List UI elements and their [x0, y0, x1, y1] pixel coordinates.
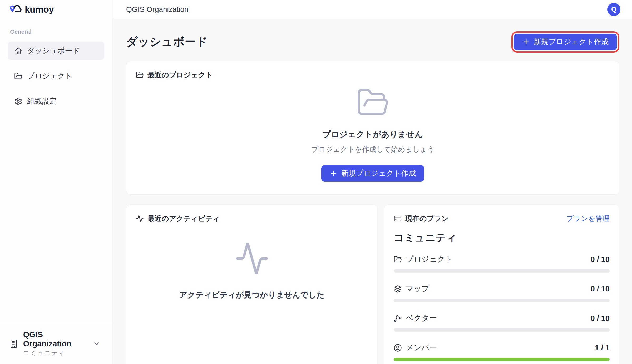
- page-head: ダッシュボード 新規プロジェクト作成: [126, 32, 619, 52]
- vector-nodes-icon: [394, 314, 402, 322]
- usage-row-maps: マップ 0 / 10: [394, 284, 610, 302]
- folder-open-icon: [394, 255, 402, 264]
- sidebar-item-dashboard[interactable]: ダッシュボード: [8, 42, 104, 60]
- new-project-button[interactable]: 新規プロジェクト作成: [514, 34, 617, 50]
- main-area: QGIS Organization Q ダッシュボード 新規プロジェクト作成: [112, 0, 632, 364]
- folder-open-icon: [14, 72, 22, 80]
- usage-row-vectors: ベクター 0 / 10: [394, 313, 610, 332]
- new-project-button-label: 新規プロジェクト作成: [534, 37, 609, 47]
- new-project-button-label: 新規プロジェクト作成: [341, 168, 416, 178]
- current-plan-card: 現在のプラン プランを管理 コミュニティ: [384, 205, 619, 364]
- usage-value: 0 / 10: [590, 285, 610, 293]
- usage-progress-fill: [394, 358, 610, 361]
- plan-usage-list: プロジェクト 0 / 10: [394, 254, 610, 364]
- usage-value: 1 / 1: [595, 343, 610, 352]
- folder-open-icon: [136, 71, 144, 79]
- cards-row: 最近のアクティビティ アクティビティが見つかりませんでした: [126, 205, 619, 364]
- brand-logo[interactable]: kumoy: [0, 0, 112, 19]
- usage-value: 0 / 10: [590, 314, 610, 323]
- sidebar-item-label: ダッシュボード: [27, 46, 80, 56]
- usage-label: ベクター: [406, 313, 437, 323]
- recent-projects-card: 最近のプロジェクト プロジェクトがありません プロジェクトを作成して始めましょう…: [126, 61, 619, 195]
- brand-name: kumoy: [25, 4, 54, 15]
- usage-label: メンバー: [406, 342, 437, 353]
- org-switcher-name: QGIS Organization: [23, 330, 88, 348]
- usage-progress-track: [394, 299, 610, 302]
- org-switcher[interactable]: QGIS Organization コミュニティ: [0, 323, 112, 364]
- sidebar-nav: General ダッシュボード プロジェクト 組織設定: [0, 19, 112, 323]
- user-circle-icon: [394, 344, 402, 352]
- empty-projects-subtitle: プロジェクトを作成して始めましょう: [311, 145, 434, 154]
- usage-progress-track: [394, 328, 610, 332]
- kumoy-cloud-pin-icon: [9, 3, 22, 16]
- credit-card-icon: [394, 215, 402, 223]
- plan-title-wrap: 現在のプラン: [394, 214, 566, 223]
- usage-label-wrap: マップ: [394, 284, 590, 294]
- activity-empty-message: アクティビティが見つかりませんでした: [179, 290, 325, 300]
- topbar: QGIS Organization Q: [112, 0, 632, 19]
- nav-section-label: General: [10, 28, 104, 35]
- activity-empty-state: アクティビティが見つかりませんでした: [126, 223, 377, 364]
- usage-label-wrap: メンバー: [394, 342, 595, 353]
- app-window: kumoy General ダッシュボード プロジェクト: [0, 0, 632, 364]
- recent-projects-title: 最近のプロジェクト: [147, 70, 213, 80]
- org-switcher-plan: コミュニティ: [23, 349, 88, 357]
- plan-header: 現在のプラン プランを管理: [394, 205, 610, 223]
- usage-label-wrap: ベクター: [394, 313, 590, 323]
- chevron-down-icon: [93, 340, 101, 348]
- usage-progress-track: [394, 358, 610, 361]
- recent-projects-header: 最近のプロジェクト: [126, 61, 619, 80]
- annotation-highlight-ring: 新規プロジェクト作成: [511, 31, 619, 53]
- recent-projects-empty-state: プロジェクトがありません プロジェクトを作成して始めましょう 新規プロジェクト作…: [126, 80, 619, 194]
- new-project-button-empty-state[interactable]: 新規プロジェクト作成: [321, 165, 424, 182]
- plus-icon: [330, 169, 338, 177]
- sidebar-item-label: 組織設定: [27, 96, 57, 106]
- usage-row-projects: プロジェクト 0 / 10: [394, 254, 610, 273]
- org-switcher-texts: QGIS Organization コミュニティ: [23, 330, 88, 357]
- activity-icon: [136, 215, 144, 223]
- plus-icon: [522, 38, 530, 46]
- page-title: ダッシュボード: [126, 34, 208, 49]
- usage-row-members: メンバー 1 / 1: [394, 342, 610, 361]
- plan-title: 現在のプラン: [405, 214, 449, 223]
- sidebar-item-org-settings[interactable]: 組織設定: [8, 92, 104, 110]
- usage-label-wrap: プロジェクト: [394, 254, 590, 265]
- usage-label: プロジェクト: [406, 254, 453, 265]
- folder-open-icon: [352, 86, 393, 119]
- sidebar: kumoy General ダッシュボード プロジェクト: [0, 0, 112, 364]
- plan-name: コミュニティ: [394, 231, 610, 245]
- sidebar-item-label: プロジェクト: [27, 71, 72, 81]
- recent-activity-card: 最近のアクティビティ アクティビティが見つかりませんでした: [126, 205, 378, 364]
- topbar-org-title: QGIS Organization: [126, 5, 189, 14]
- sidebar-item-projects[interactable]: プロジェクト: [8, 67, 104, 85]
- user-avatar[interactable]: Q: [607, 3, 620, 16]
- building-icon: [9, 339, 18, 348]
- gear-icon: [14, 97, 22, 105]
- empty-projects-title: プロジェクトがありません: [323, 129, 423, 140]
- page-content: ダッシュボード 新規プロジェクト作成 最近のプロジェクト: [112, 19, 632, 364]
- usage-progress-track: [394, 269, 610, 273]
- usage-label: マップ: [406, 284, 429, 294]
- home-icon: [14, 47, 22, 55]
- layers-icon: [394, 285, 402, 293]
- usage-value: 0 / 10: [590, 255, 610, 264]
- recent-activity-header: 最近のアクティビティ: [126, 205, 377, 223]
- manage-plan-link[interactable]: プランを管理: [566, 214, 610, 223]
- activity-icon: [232, 241, 272, 276]
- recent-activity-title: 最近のアクティビティ: [147, 214, 220, 223]
